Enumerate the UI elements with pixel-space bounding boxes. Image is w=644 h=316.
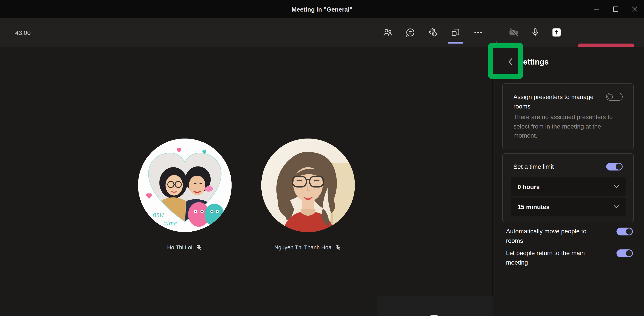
panel-title: Settings <box>518 58 549 66</box>
titlebar: Meeting in "General" <box>0 0 644 18</box>
mic-off-icon <box>335 244 342 251</box>
minimize-button[interactable] <box>587 0 606 18</box>
reactions-button[interactable] <box>424 24 442 42</box>
return-main-toggle[interactable] <box>616 249 633 257</box>
self-avatar-photo <box>420 315 448 316</box>
hours-dropdown[interactable]: 0 hours <box>511 178 626 196</box>
toggle-knob <box>626 228 632 234</box>
breakout-rooms-button[interactable] <box>446 24 465 42</box>
toolbar-device-actions <box>505 24 566 42</box>
assign-presenters-toggle[interactable] <box>606 93 622 101</box>
toggle-knob <box>608 94 613 100</box>
microphone-button[interactable] <box>526 24 544 42</box>
toolbar-center-actions <box>379 24 487 42</box>
mic-icon <box>530 27 540 38</box>
camera-off-icon <box>508 27 520 38</box>
hours-value: 0 hours <box>518 183 540 190</box>
participant-avatar-1: ame 'aime <box>138 138 232 232</box>
meeting-toolbar: 43:00 <box>0 18 644 47</box>
assign-presenters-card: Assign presenters to manage rooms There … <box>502 84 634 149</box>
share-tray-icon <box>551 27 562 38</box>
camera-off-button[interactable] <box>505 24 523 42</box>
chevron-left-icon <box>508 58 513 65</box>
chat-icon <box>405 27 416 38</box>
participant-name: Ho Thi Loi <box>167 244 192 251</box>
participant-name-row: Ho Thi Loi <box>123 244 246 251</box>
toggle-knob <box>626 250 632 256</box>
window-title: Meeting in "General" <box>0 0 644 18</box>
avatar-photo-heart-collage: ame 'aime <box>138 138 232 232</box>
minutes-dropdown[interactable]: 15 minutes <box>511 198 626 216</box>
assign-presenters-label: Assign presenters to manage rooms <box>514 92 598 111</box>
settings-panel: Settings Assign presenters to manage roo… <box>493 47 644 316</box>
share-tray-button[interactable] <box>548 24 566 42</box>
meeting-stage: ame 'aime <box>0 47 492 316</box>
svg-text:ame: ame <box>153 210 164 218</box>
teams-meeting-window: Meeting in "General" 43:00 <box>0 0 644 316</box>
chat-button[interactable] <box>401 24 420 42</box>
auto-move-option: Automatically move people to rooms <box>506 226 635 245</box>
raise-hand-icon <box>428 27 438 38</box>
assign-presenters-description: There are no assigned presenters to sele… <box>514 112 619 140</box>
mic-off-icon <box>196 244 202 251</box>
more-options-button[interactable] <box>469 24 487 42</box>
time-limit-toggle[interactable] <box>606 162 622 170</box>
window-controls <box>587 0 644 18</box>
svg-text:'aime: 'aime <box>162 219 177 227</box>
avatar-photo-woman <box>261 138 355 232</box>
meeting-timer: 43:00 <box>15 18 31 47</box>
maximize-icon <box>613 6 618 12</box>
active-tab-underline <box>448 42 463 44</box>
chevron-down-icon <box>614 205 619 209</box>
return-main-option: Let people return to the main meeting <box>506 248 635 267</box>
self-view-tile[interactable] <box>376 296 492 316</box>
close-button[interactable] <box>625 0 644 18</box>
return-main-label: Let people return to the main meeting <box>506 248 596 267</box>
minutes-value: 15 minutes <box>518 203 550 210</box>
rooms-icon <box>450 27 461 38</box>
minimize-icon <box>594 6 600 12</box>
auto-move-label: Automatically move people to rooms <box>506 226 596 245</box>
maximize-button[interactable] <box>606 0 625 18</box>
auto-move-toggle[interactable] <box>616 228 633 236</box>
back-button[interactable] <box>505 56 516 68</box>
participant-avatar-2 <box>261 138 355 232</box>
self-avatar <box>420 315 448 316</box>
close-icon <box>632 6 638 12</box>
time-limit-card: Set a time limit 0 hours 15 minutes <box>502 153 634 222</box>
people-icon <box>382 27 393 38</box>
participant-name-row: Nguyen Thi Thanh Hoa <box>246 244 370 251</box>
participants-button[interactable] <box>379 24 397 42</box>
time-limit-label: Set a time limit <box>514 162 598 171</box>
participant-name: Nguyen Thi Thanh Hoa <box>274 244 332 251</box>
toggle-knob <box>616 164 622 170</box>
ellipsis-icon <box>473 27 483 38</box>
chevron-down-icon <box>614 185 619 188</box>
